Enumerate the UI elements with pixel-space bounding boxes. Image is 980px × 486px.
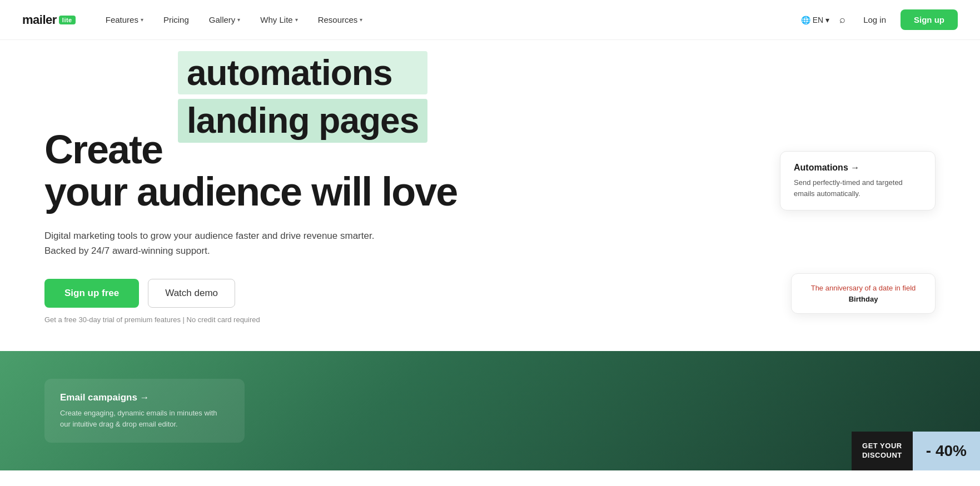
watch-demo-button[interactable]: Watch demo bbox=[148, 279, 235, 308]
birthday-card-text: The anniversary of a date in field Birth… bbox=[803, 283, 924, 304]
nav-item-why-lite[interactable]: Why Lite ▾ bbox=[252, 11, 305, 29]
birthday-card: The anniversary of a date in field Birth… bbox=[791, 273, 936, 314]
hero-title: Create your audience will love bbox=[44, 129, 936, 213]
logo-text: mailer bbox=[22, 13, 57, 27]
hero-note: Get a free 30-day trial of premium featu… bbox=[44, 315, 936, 324]
search-icon: ⌕ bbox=[839, 14, 845, 25]
navbar-right: 🌐 EN ▾ ⌕ Log in Sign up bbox=[801, 9, 958, 30]
email-campaigns-desc: Create engaging, dynamic emails in minut… bbox=[60, 408, 229, 429]
lang-label: EN bbox=[813, 16, 823, 24]
hero-section: automations landing pages Create your au… bbox=[0, 40, 980, 329]
email-campaigns-card: Email campaigns → Create engaging, dynam… bbox=[44, 379, 245, 443]
discount-value: - 40% bbox=[913, 432, 980, 470]
nav-item-gallery[interactable]: Gallery ▾ bbox=[201, 11, 248, 29]
nav-links: Features ▾ Pricing Gallery ▾ Why Lite ▾ … bbox=[98, 11, 371, 29]
get-discount-badge[interactable]: GET YOUR DISCOUNT bbox=[852, 432, 913, 470]
nav-item-pricing[interactable]: Pricing bbox=[156, 11, 197, 29]
navbar-left: mailer lite Features ▾ Pricing Gallery ▾… bbox=[22, 11, 370, 29]
logo[interactable]: mailer lite bbox=[22, 13, 76, 27]
navbar: mailer lite Features ▾ Pricing Gallery ▾… bbox=[0, 0, 980, 40]
bottom-section: Email campaigns → Create engaging, dynam… bbox=[0, 351, 980, 470]
email-campaigns-title[interactable]: Email campaigns → bbox=[60, 392, 229, 403]
logo-badge: lite bbox=[59, 16, 76, 24]
login-button[interactable]: Log in bbox=[855, 11, 894, 29]
chevron-down-icon: ▾ bbox=[360, 17, 362, 23]
signup-free-button[interactable]: Sign up free bbox=[44, 279, 139, 308]
search-button[interactable]: ⌕ bbox=[836, 11, 849, 29]
globe-icon: 🌐 bbox=[801, 16, 810, 24]
signup-nav-button[interactable]: Sign up bbox=[901, 9, 958, 30]
chevron-down-icon: ▾ bbox=[237, 17, 240, 23]
nav-item-features[interactable]: Features ▾ bbox=[98, 11, 151, 29]
chevron-down-icon: ▾ bbox=[825, 16, 829, 24]
hero-subtitle: Digital marketing tools to grow your aud… bbox=[44, 228, 400, 258]
nav-item-resources[interactable]: Resources ▾ bbox=[310, 11, 371, 29]
chevron-down-icon: ▾ bbox=[295, 17, 298, 23]
lang-selector[interactable]: 🌐 EN ▾ bbox=[801, 16, 829, 24]
discount-area: GET YOUR DISCOUNT - 40% bbox=[852, 432, 980, 470]
animated-word-1: automations bbox=[178, 51, 427, 94]
chevron-down-icon: ▾ bbox=[141, 17, 143, 23]
